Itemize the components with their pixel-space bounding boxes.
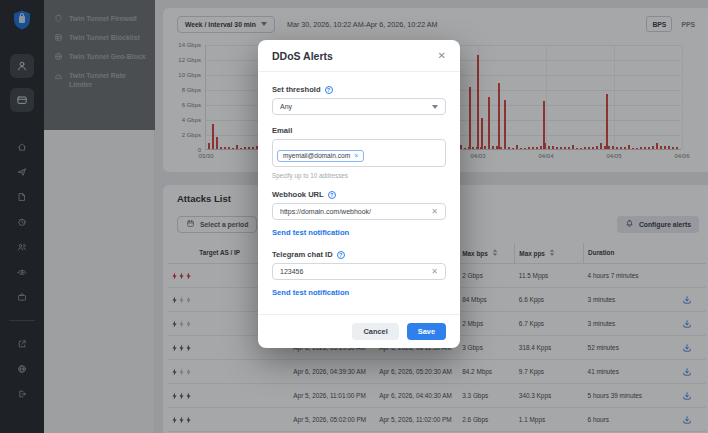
email-input[interactable]: myemail@domain.com × bbox=[272, 139, 446, 167]
chevron-down-icon bbox=[432, 105, 438, 109]
chip-remove-icon[interactable]: × bbox=[354, 152, 358, 159]
threshold-label: Set threshold bbox=[272, 85, 321, 94]
help-icon[interactable]: ? bbox=[328, 191, 336, 199]
help-icon[interactable]: ? bbox=[337, 251, 345, 259]
threshold-select[interactable]: Any bbox=[272, 98, 446, 115]
telegram-input[interactable]: 123456 ✕ bbox=[272, 263, 446, 280]
email-label: Email bbox=[272, 126, 292, 135]
modal-title: DDoS Alerts bbox=[272, 50, 333, 62]
webhook-label: Webhook URL bbox=[272, 190, 324, 199]
telegram-input-value: 123456 bbox=[280, 268, 303, 275]
email-chip-value: myemail@domain.com bbox=[283, 152, 350, 159]
threshold-select-value: Any bbox=[280, 103, 292, 110]
close-icon[interactable]: ✕ bbox=[438, 51, 446, 61]
help-icon[interactable]: ? bbox=[325, 86, 333, 94]
send-test-webhook-link[interactable]: Send test notification bbox=[272, 228, 446, 237]
clear-input-icon[interactable]: ✕ bbox=[431, 207, 438, 216]
save-button[interactable]: Save bbox=[407, 323, 446, 340]
clear-input-icon[interactable]: ✕ bbox=[431, 267, 438, 276]
app-window: Twin Tunnel FirewallTwin Tunnel Blocklis… bbox=[0, 0, 708, 433]
cancel-button[interactable]: Cancel bbox=[352, 323, 398, 340]
send-test-telegram-link[interactable]: Send test notification bbox=[272, 288, 446, 297]
email-helper-text: Specify up to 10 addresses bbox=[272, 172, 446, 179]
webhook-input-value: https://domain.com/webhook/ bbox=[280, 208, 371, 215]
webhook-input[interactable]: https://domain.com/webhook/ ✕ bbox=[272, 203, 446, 220]
email-chip: myemail@domain.com × bbox=[277, 150, 364, 162]
telegram-label: Telegram chat ID bbox=[272, 250, 333, 259]
ddos-alerts-modal: DDoS Alerts ✕ Set threshold? Any Email m… bbox=[258, 40, 460, 348]
